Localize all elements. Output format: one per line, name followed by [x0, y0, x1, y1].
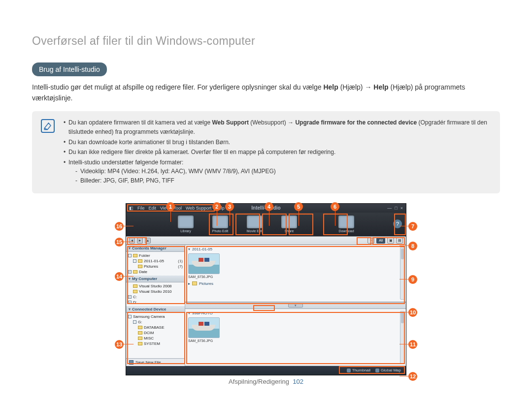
photo-thumbnail	[188, 253, 220, 274]
callout-8: 8	[408, 242, 417, 250]
tree-drive-d[interactable]: +D:	[128, 300, 183, 305]
app-toolbar: Library Photo Edit Movie Edit Share Down…	[126, 213, 406, 236]
tree-folder-pictures[interactable]: Pictures(7)	[128, 264, 183, 269]
note-item: Du kan downloade korte animationer til b…	[64, 138, 491, 147]
callout-number: 13	[116, 341, 122, 347]
tree-vs2010[interactable]: Visual Studio 2010	[128, 289, 183, 294]
menu-file[interactable]: File	[137, 206, 145, 211]
footer-thumbnail-tab[interactable]: Thumbnail	[347, 368, 370, 372]
tree-drive-c[interactable]: +C:	[128, 294, 183, 300]
subfolder-pictures[interactable]: ▸Pictures	[188, 281, 403, 286]
main-panes: ▾2011-01-05 SAM_8736.JPG ▸Pictures ▾998P…	[185, 245, 406, 366]
toolbar-movie-edit[interactable]: Movie Edit	[244, 216, 266, 233]
tree-dcim[interactable]: DCIM	[128, 330, 183, 336]
footer-section: Afspilning/Redigering	[229, 378, 289, 385]
sidebar-device-head[interactable]: ▾Connected Device	[126, 306, 185, 313]
page-footer: Afspilning/Redigering 102	[0, 378, 532, 385]
view-plus-icon[interactable]: +	[367, 238, 374, 244]
tree-vs2008[interactable]: Visual Studio 2008	[128, 283, 183, 289]
pane-divider[interactable]	[185, 302, 406, 309]
disk-icon	[129, 360, 133, 365]
filter-video-icon[interactable]: ▤	[396, 238, 403, 244]
tree-date-root[interactable]: +Date	[128, 269, 183, 275]
toolbar-share[interactable]: Share	[278, 216, 300, 233]
grid-icon	[347, 369, 351, 372]
toolbar-label: Photo Edit	[209, 229, 231, 233]
window-minimize-icon[interactable]: —	[387, 206, 392, 211]
section-heading-pill: Brug af Intelli-studio	[32, 62, 107, 76]
menu-websupport[interactable]: Web Support	[186, 206, 211, 211]
help-icon[interactable]: ?	[393, 219, 402, 228]
tree-label: Samsung Camera	[133, 314, 165, 319]
callout-7: 7	[408, 222, 417, 231]
toolbar-photo-edit[interactable]: Photo Edit	[209, 216, 231, 233]
callout-15: 15	[115, 238, 124, 247]
window-maximize-icon[interactable]: □	[395, 206, 397, 211]
thumbnail-item[interactable]: SAM_8736.JPG	[188, 317, 403, 342]
tree-system[interactable]: SYSTEM	[128, 341, 183, 346]
callout-number: 4	[267, 204, 270, 210]
callout-3: 3	[225, 202, 234, 211]
tree-label: Visual Studio 2008	[139, 284, 172, 288]
bottom-pane-header[interactable]: ▾998PHOTO	[188, 311, 403, 315]
file-name: SAM_8736.JPG	[188, 339, 403, 342]
top-pane: ▾2011-01-05 SAM_8736.JPG ▸Pictures	[185, 245, 406, 302]
tree-folder-date[interactable]: -2011-01-05(1)	[128, 258, 183, 264]
file-name: SAM_8736.JPG	[188, 275, 403, 278]
toolbar-library[interactable]: Library	[175, 216, 197, 233]
tree-label: Pictures	[144, 264, 158, 269]
path-filter-bar: ◄ ► ▲ + All ▣ ▤	[126, 236, 406, 245]
nav-up-icon[interactable]: ▲	[145, 238, 151, 244]
tree-label: DATABASE	[144, 325, 165, 330]
tree-drive-g[interactable]: -G:	[128, 319, 183, 325]
scrollbar[interactable]	[400, 311, 405, 364]
menu-edit[interactable]: Edit	[149, 206, 157, 211]
scrollbar[interactable]	[400, 247, 405, 300]
toolbar-download[interactable]: Download	[335, 216, 357, 233]
sidebar-title: Contents Manager	[132, 246, 166, 250]
sidebar-computer-head[interactable]: ▾My Computer	[126, 276, 185, 282]
app-window: ◧ File Edit View Tool Web Support Help I…	[126, 203, 406, 375]
sidebar-contents-head[interactable]: ▾Contents Manager	[126, 245, 185, 252]
thumbnail-item[interactable]: SAM_8736.JPG	[188, 253, 403, 278]
tree-camera[interactable]: -Samsung Camera	[128, 314, 183, 319]
save-new-file[interactable]: Save New File	[126, 358, 185, 366]
pane-title: 998PHOTO	[192, 311, 213, 315]
divider-grip-icon	[288, 304, 303, 308]
tree-count: (1)	[178, 259, 183, 263]
callout-13: 13	[115, 340, 124, 349]
window-close-icon[interactable]: ×	[400, 206, 403, 211]
note-subitem: Billeder: JPG, GIF, BMP, PNG, TIFF	[75, 176, 491, 185]
nav-fwd-icon[interactable]: ►	[137, 238, 143, 244]
callout-number: 8	[411, 243, 414, 249]
tree-label: C:	[133, 295, 137, 299]
intro-help2: Help	[373, 83, 388, 91]
callout-number: 9	[411, 277, 414, 282]
callout-number: 12	[410, 373, 416, 379]
toolbar-label: Share	[278, 229, 300, 233]
filter-photo-icon[interactable]: ▣	[387, 238, 394, 244]
folder-label: Pictures	[199, 281, 213, 286]
tree-label: G:	[138, 320, 142, 324]
pane-title: 2011-01-05	[192, 247, 212, 251]
tree-misc[interactable]: MISC	[128, 336, 183, 341]
annotated-screenshot: 1 2 3 4 5 6 7 8 9 10 11 12 16 15 14 13	[116, 203, 416, 375]
tree-folder-root[interactable]: -Folder	[128, 253, 183, 258]
tree-database[interactable]: DATABASE	[128, 325, 183, 330]
callout-number: 1	[169, 204, 172, 210]
top-pane-header[interactable]: ▾2011-01-05	[188, 247, 403, 251]
footer-globalmap-tab[interactable]: Global Map	[375, 368, 401, 372]
note-text: Intelli-studio understøtter følgende for…	[68, 159, 183, 166]
tree-label: MISC	[144, 336, 154, 340]
nav-back-icon[interactable]: ◄	[129, 238, 135, 244]
note-bold: Upgrade firmware for the connected devic…	[295, 119, 417, 126]
filter-all[interactable]: All	[376, 238, 385, 244]
note-bold: Web Support	[212, 119, 248, 126]
callout-14: 14	[115, 272, 124, 281]
page-number: 102	[293, 378, 303, 385]
callout-number: 2	[215, 204, 218, 210]
callout-number: 15	[116, 239, 122, 245]
globe-icon	[375, 369, 379, 372]
callout-number: 3	[228, 204, 231, 210]
tree-label: Visual Studio 2010	[139, 289, 172, 294]
